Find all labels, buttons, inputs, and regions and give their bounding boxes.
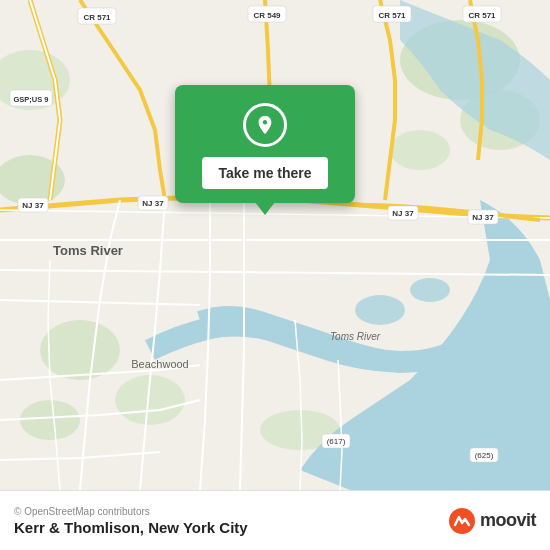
- moovit-icon: [448, 507, 476, 535]
- take-me-there-button[interactable]: Take me there: [202, 157, 327, 189]
- location-pin-icon: [254, 114, 276, 136]
- svg-text:NJ 37: NJ 37: [472, 213, 494, 222]
- svg-text:(617): (617): [327, 437, 346, 446]
- svg-text:Beachwood: Beachwood: [131, 358, 189, 370]
- moovit-logo: moovit: [448, 507, 536, 535]
- location-name: Kerr & Thomlison, New York City: [14, 519, 248, 536]
- svg-point-3: [390, 130, 450, 170]
- svg-point-11: [410, 278, 450, 302]
- bottom-left-info: © OpenStreetMap contributors Kerr & Thom…: [14, 506, 248, 536]
- svg-point-7: [20, 400, 80, 440]
- svg-text:NJ 37: NJ 37: [142, 199, 164, 208]
- svg-text:GSP;US 9: GSP;US 9: [13, 95, 48, 104]
- moovit-brand-text: moovit: [480, 510, 536, 531]
- svg-text:Toms River: Toms River: [53, 243, 123, 258]
- svg-text:CR 571: CR 571: [468, 11, 496, 20]
- map-container: CR 571 CR 549 CR 571 CR 571 GSP;US 9 NJ …: [0, 0, 550, 490]
- svg-text:CR 571: CR 571: [83, 13, 111, 22]
- svg-text:(625): (625): [475, 451, 494, 460]
- popup-card: Take me there: [175, 85, 355, 203]
- svg-text:CR 571: CR 571: [378, 11, 406, 20]
- svg-text:NJ 37: NJ 37: [22, 201, 44, 210]
- svg-text:Toms River: Toms River: [330, 331, 381, 342]
- copyright-text: © OpenStreetMap contributors: [14, 506, 248, 517]
- bottom-bar: © OpenStreetMap contributors Kerr & Thom…: [0, 490, 550, 550]
- svg-point-10: [355, 295, 405, 325]
- svg-text:NJ 37: NJ 37: [392, 209, 414, 218]
- location-icon-wrap: [243, 103, 287, 147]
- svg-text:CR 549: CR 549: [253, 11, 281, 20]
- svg-point-5: [40, 320, 120, 380]
